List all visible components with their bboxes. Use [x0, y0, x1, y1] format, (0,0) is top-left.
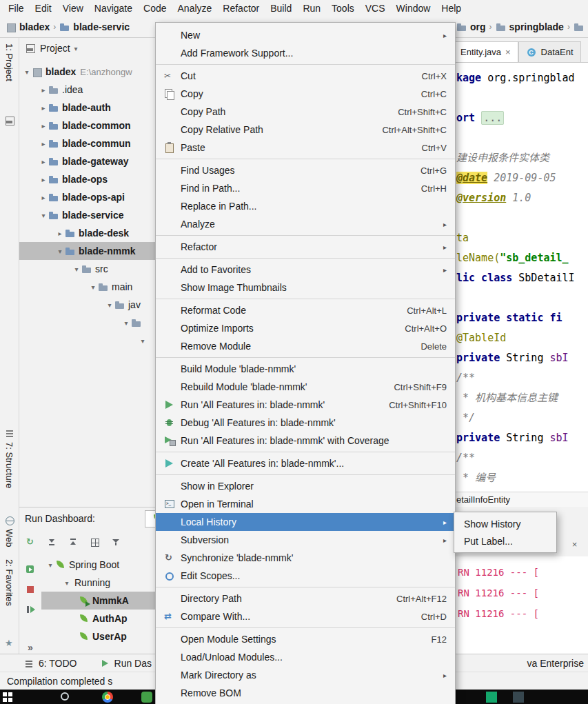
menu-item-create-all-features-in-blade-nmmk[interactable]: Create 'All Features in: blade-nmmk'... [156, 454, 455, 472]
submenu-item-put-label[interactable]: Put Label... [454, 532, 556, 550]
menubar-item-edit[interactable]: Edit [30, 3, 57, 14]
taskbar-app-green-icon[interactable] [141, 692, 152, 703]
menu-item-refactor[interactable]: Refactor▸ [156, 238, 455, 256]
menubar-item-window[interactable]: Window [391, 3, 436, 14]
menu-item-reformat-code[interactable]: Reformat CodeCtrl+Alt+L [156, 301, 455, 319]
web-icon[interactable] [4, 515, 15, 526]
project-tree-row-item[interactable]: ▾ [19, 314, 155, 332]
breadcrumb-item[interactable] [574, 21, 585, 32]
menu-item-build-module-blade-nmmk[interactable]: Build Module 'blade-nmmk' [156, 360, 455, 378]
menubar-item-view[interactable]: View [57, 3, 89, 14]
stripe-button-favorites[interactable]: 2: Favorites [4, 559, 14, 606]
menu-item-run-all-features-in-blade-nmmk-with-coverage[interactable]: Run 'All Features in: blade-nmmk' with C… [156, 432, 455, 450]
menubar-item-help[interactable]: Help [436, 3, 467, 14]
project-tree-row-blade-service[interactable]: ▾blade-service [19, 206, 155, 224]
menubar-item-code[interactable]: Code [138, 3, 172, 14]
taskbar-start-icon[interactable] [3, 692, 7, 696]
stripe-button-project[interactable]: 1: Project [4, 43, 14, 81]
chevron-open-icon[interactable]: ▾ [45, 561, 55, 569]
project-tree-row-blade-nmmk[interactable]: ▾blade-nmmk [19, 242, 155, 260]
menu-item-copy-path[interactable]: Copy PathCtrl+Shift+C [156, 103, 455, 121]
menu-item-open-module-settings[interactable]: Open Module SettingsF12 [156, 630, 455, 648]
project-tree-row-blade-gateway[interactable]: ▸blade-gateway [19, 152, 155, 170]
menu-item-mark-directory-as[interactable]: Mark Directory as▸ [156, 666, 455, 684]
project-tree-row-item[interactable]: ▾ [19, 332, 155, 350]
menu-item-load-unload-modules[interactable]: Load/Unload Modules... [156, 648, 455, 666]
expand-all-icon[interactable] [68, 536, 79, 547]
more-icon[interactable]: » [28, 642, 33, 653]
menubar-item-file[interactable]: File [3, 3, 30, 14]
taskbar-browser-icon[interactable] [102, 692, 113, 703]
project-tree-row-blade-desk[interactable]: ▸blade-desk [19, 224, 155, 242]
menu-item-open-in-terminal[interactable]: Open in Terminal [156, 495, 455, 513]
menubar-item-run[interactable]: Run [297, 3, 326, 14]
collapse-all-icon[interactable] [46, 536, 57, 547]
structure-icon[interactable] [4, 428, 15, 439]
taskbar-search-icon[interactable] [61, 692, 69, 701]
menu-item-copy[interactable]: CopyCtrl+C [156, 85, 455, 103]
menu-item-rebuild-module-blade-nmmk[interactable]: Rebuild Module 'blade-nmmk'Ctrl+Shift+F9 [156, 378, 455, 396]
menu-item-find-in-path[interactable]: Find in Path...Ctrl+H [156, 179, 455, 197]
console-log[interactable]: RN 11216 --- [RN 11216 --- [RN 11216 ---… [455, 556, 588, 654]
project-tree-row-blade-ops[interactable]: ▸blade-ops [19, 170, 155, 188]
menu-item-show-image-thumbnails[interactable]: Show Image Thumbnails [156, 279, 455, 296]
run-dashboard-button[interactable]: Run Das [114, 658, 152, 669]
resume-icon[interactable] [25, 604, 36, 615]
menu-item-cut[interactable]: CutCtrl+X [156, 67, 455, 85]
project-tree-row-blade-ops-api[interactable]: ▸blade-ops-api [19, 188, 155, 206]
close-tab-icon[interactable]: × [505, 47, 511, 57]
menubar-item-tools[interactable]: Tools [326, 3, 360, 14]
star-icon[interactable] [4, 638, 15, 649]
taskbar-app-dark-icon[interactable] [513, 692, 524, 703]
menu-item-replace-in-path[interactable]: Replace in Path... [156, 197, 455, 215]
menu-item-compare-with[interactable]: Compare With...Ctrl+D [156, 607, 455, 625]
chevron-closed-icon[interactable]: ▸ [55, 230, 65, 237]
chevron-closed-icon[interactable]: ▸ [39, 122, 48, 130]
chevron-closed-icon[interactable]: ▸ [39, 194, 48, 201]
project-tree-row-jav[interactable]: ▾jav [19, 296, 155, 314]
menu-item-run-all-features-in-blade-nmmk[interactable]: Run 'All Features in: blade-nmmk'Ctrl+Sh… [156, 396, 455, 414]
menu-item-find-usages[interactable]: Find UsagesCtrl+G [156, 161, 455, 179]
menubar-item-vcs[interactable]: VCS [360, 3, 391, 14]
stripe-button-structure[interactable]: 7: Structure [4, 442, 14, 488]
menu-item-add-framework-support[interactable]: Add Framework Support... [156, 44, 455, 62]
chevron-closed-icon[interactable]: ▸ [39, 158, 48, 165]
chevron-down-icon[interactable]: ▾ [74, 45, 78, 52]
menu-item-optimize-imports[interactable]: Optimize ImportsCtrl+Alt+O [156, 319, 455, 337]
project-tree-row-blade-common[interactable]: ▸blade-common [19, 117, 155, 134]
services-icon[interactable] [25, 564, 36, 575]
chevron-open-icon[interactable]: ▾ [138, 337, 148, 345]
project-tree-row-blade-auth[interactable]: ▸blade-auth [19, 99, 155, 117]
menubar-item-refactor[interactable]: Refactor [217, 3, 265, 14]
breadcrumb-item[interactable]: bladex [6, 21, 50, 32]
menu-item-show-in-explorer[interactable]: Show in Explorer [156, 477, 455, 495]
project-tree-row-src[interactable]: ▾src [19, 260, 155, 278]
chevron-closed-icon[interactable]: ▸ [39, 86, 48, 94]
group-icon[interactable] [89, 536, 100, 547]
chevron-open-icon[interactable]: ▾ [121, 319, 131, 327]
menu-item-local-history[interactable]: Local History▸ [156, 513, 455, 531]
menu-item-paste[interactable]: PasteCtrl+V [156, 139, 455, 157]
chevron-open-icon[interactable]: ▾ [105, 301, 114, 309]
menu-item-add-to-favorites[interactable]: Add to Favorites▸ [156, 261, 455, 279]
stripe-button-web[interactable]: Web [4, 529, 14, 547]
menu-item-remove-bom[interactable]: Remove BOM [156, 684, 455, 702]
menu-item-analyze[interactable]: Analyze▸ [156, 215, 455, 233]
menubar-item-navigate[interactable]: Navigate [89, 3, 138, 14]
chevron-open-icon[interactable]: ▾ [88, 283, 98, 291]
rerun-icon[interactable] [25, 536, 36, 547]
stop-icon[interactable] [25, 584, 36, 595]
project-tree-row-main[interactable]: ▾main [19, 278, 155, 296]
tool-window-icon[interactable] [4, 115, 15, 126]
editor-tab-entity-java[interactable]: Entity.java× [453, 41, 518, 62]
chevron-open-icon[interactable]: ▾ [55, 248, 65, 255]
project-tree-row-idea[interactable]: ▸.idea [19, 81, 155, 99]
breadcrumb-item[interactable]: blade-servic [59, 21, 130, 32]
breadcrumb-item[interactable]: springblade [496, 21, 564, 32]
editor-tab-dataent[interactable]: DataEnt [518, 41, 581, 62]
breadcrumb-item[interactable]: org [456, 21, 486, 32]
menu-item-remove-module[interactable]: Remove ModuleDelete [156, 337, 455, 355]
menubar-item-build[interactable]: Build [265, 3, 297, 14]
chevron-closed-icon[interactable]: ▸ [39, 104, 48, 112]
filter-icon[interactable] [110, 536, 121, 547]
